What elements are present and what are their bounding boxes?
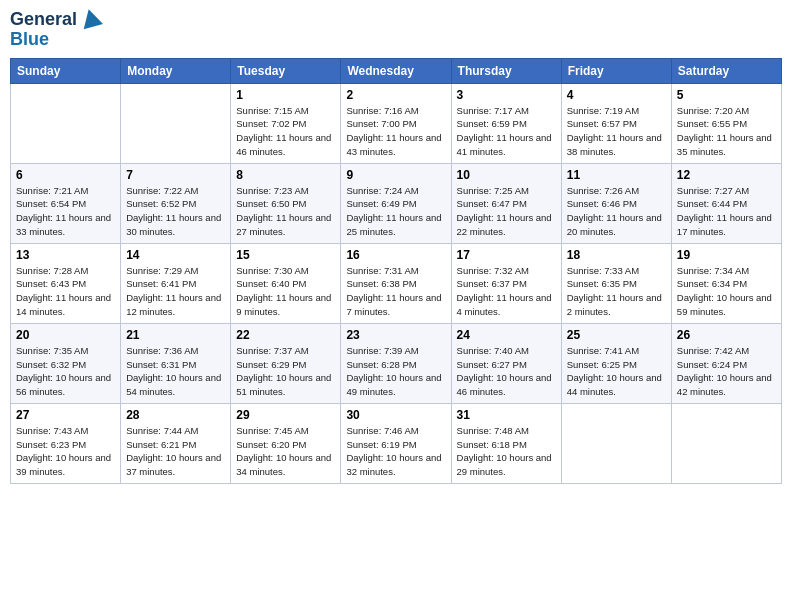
calendar-cell bbox=[671, 403, 781, 483]
calendar-cell: 31Sunrise: 7:48 AM Sunset: 6:18 PM Dayli… bbox=[451, 403, 561, 483]
logo: General Blue bbox=[10, 10, 101, 50]
day-info: Sunrise: 7:31 AM Sunset: 6:38 PM Dayligh… bbox=[346, 264, 445, 319]
day-info: Sunrise: 7:26 AM Sunset: 6:46 PM Dayligh… bbox=[567, 184, 666, 239]
day-number: 31 bbox=[457, 408, 556, 422]
calendar-cell: 30Sunrise: 7:46 AM Sunset: 6:19 PM Dayli… bbox=[341, 403, 451, 483]
day-number: 21 bbox=[126, 328, 225, 342]
day-info: Sunrise: 7:17 AM Sunset: 6:59 PM Dayligh… bbox=[457, 104, 556, 159]
day-number: 26 bbox=[677, 328, 776, 342]
calendar-cell bbox=[561, 403, 671, 483]
weekday-header-cell: Sunday bbox=[11, 58, 121, 83]
calendar-cell: 28Sunrise: 7:44 AM Sunset: 6:21 PM Dayli… bbox=[121, 403, 231, 483]
day-info: Sunrise: 7:45 AM Sunset: 6:20 PM Dayligh… bbox=[236, 424, 335, 479]
calendar-cell: 22Sunrise: 7:37 AM Sunset: 6:29 PM Dayli… bbox=[231, 323, 341, 403]
weekday-header-row: SundayMondayTuesdayWednesdayThursdayFrid… bbox=[11, 58, 782, 83]
day-info: Sunrise: 7:35 AM Sunset: 6:32 PM Dayligh… bbox=[16, 344, 115, 399]
calendar-cell: 25Sunrise: 7:41 AM Sunset: 6:25 PM Dayli… bbox=[561, 323, 671, 403]
weekday-header-cell: Friday bbox=[561, 58, 671, 83]
day-number: 4 bbox=[567, 88, 666, 102]
calendar-week-row: 6Sunrise: 7:21 AM Sunset: 6:54 PM Daylig… bbox=[11, 163, 782, 243]
calendar-week-row: 1Sunrise: 7:15 AM Sunset: 7:02 PM Daylig… bbox=[11, 83, 782, 163]
day-number: 2 bbox=[346, 88, 445, 102]
calendar-cell: 14Sunrise: 7:29 AM Sunset: 6:41 PM Dayli… bbox=[121, 243, 231, 323]
calendar-cell: 3Sunrise: 7:17 AM Sunset: 6:59 PM Daylig… bbox=[451, 83, 561, 163]
day-number: 16 bbox=[346, 248, 445, 262]
day-number: 5 bbox=[677, 88, 776, 102]
calendar-table: SundayMondayTuesdayWednesdayThursdayFrid… bbox=[10, 58, 782, 484]
weekday-header-cell: Saturday bbox=[671, 58, 781, 83]
day-number: 30 bbox=[346, 408, 445, 422]
day-number: 27 bbox=[16, 408, 115, 422]
page-header: General Blue bbox=[10, 10, 782, 50]
day-number: 12 bbox=[677, 168, 776, 182]
day-info: Sunrise: 7:21 AM Sunset: 6:54 PM Dayligh… bbox=[16, 184, 115, 239]
day-info: Sunrise: 7:32 AM Sunset: 6:37 PM Dayligh… bbox=[457, 264, 556, 319]
calendar-cell: 21Sunrise: 7:36 AM Sunset: 6:31 PM Dayli… bbox=[121, 323, 231, 403]
calendar-cell bbox=[121, 83, 231, 163]
day-number: 3 bbox=[457, 88, 556, 102]
day-number: 29 bbox=[236, 408, 335, 422]
calendar-cell: 10Sunrise: 7:25 AM Sunset: 6:47 PM Dayli… bbox=[451, 163, 561, 243]
day-number: 6 bbox=[16, 168, 115, 182]
day-number: 23 bbox=[346, 328, 445, 342]
day-info: Sunrise: 7:42 AM Sunset: 6:24 PM Dayligh… bbox=[677, 344, 776, 399]
calendar-week-row: 13Sunrise: 7:28 AM Sunset: 6:43 PM Dayli… bbox=[11, 243, 782, 323]
day-info: Sunrise: 7:19 AM Sunset: 6:57 PM Dayligh… bbox=[567, 104, 666, 159]
calendar-cell: 6Sunrise: 7:21 AM Sunset: 6:54 PM Daylig… bbox=[11, 163, 121, 243]
day-number: 7 bbox=[126, 168, 225, 182]
day-number: 25 bbox=[567, 328, 666, 342]
day-number: 8 bbox=[236, 168, 335, 182]
calendar-cell: 27Sunrise: 7:43 AM Sunset: 6:23 PM Dayli… bbox=[11, 403, 121, 483]
calendar-cell: 12Sunrise: 7:27 AM Sunset: 6:44 PM Dayli… bbox=[671, 163, 781, 243]
day-info: Sunrise: 7:30 AM Sunset: 6:40 PM Dayligh… bbox=[236, 264, 335, 319]
calendar-cell: 26Sunrise: 7:42 AM Sunset: 6:24 PM Dayli… bbox=[671, 323, 781, 403]
day-number: 1 bbox=[236, 88, 335, 102]
logo-general: General bbox=[10, 10, 77, 30]
calendar-cell bbox=[11, 83, 121, 163]
calendar-cell: 4Sunrise: 7:19 AM Sunset: 6:57 PM Daylig… bbox=[561, 83, 671, 163]
day-number: 22 bbox=[236, 328, 335, 342]
day-number: 24 bbox=[457, 328, 556, 342]
calendar-cell: 11Sunrise: 7:26 AM Sunset: 6:46 PM Dayli… bbox=[561, 163, 671, 243]
calendar-cell: 19Sunrise: 7:34 AM Sunset: 6:34 PM Dayli… bbox=[671, 243, 781, 323]
calendar-cell: 29Sunrise: 7:45 AM Sunset: 6:20 PM Dayli… bbox=[231, 403, 341, 483]
day-info: Sunrise: 7:46 AM Sunset: 6:19 PM Dayligh… bbox=[346, 424, 445, 479]
calendar-cell: 24Sunrise: 7:40 AM Sunset: 6:27 PM Dayli… bbox=[451, 323, 561, 403]
day-info: Sunrise: 7:29 AM Sunset: 6:41 PM Dayligh… bbox=[126, 264, 225, 319]
day-info: Sunrise: 7:27 AM Sunset: 6:44 PM Dayligh… bbox=[677, 184, 776, 239]
day-info: Sunrise: 7:25 AM Sunset: 6:47 PM Dayligh… bbox=[457, 184, 556, 239]
weekday-header-cell: Tuesday bbox=[231, 58, 341, 83]
day-number: 18 bbox=[567, 248, 666, 262]
day-number: 28 bbox=[126, 408, 225, 422]
calendar-cell: 2Sunrise: 7:16 AM Sunset: 7:00 PM Daylig… bbox=[341, 83, 451, 163]
calendar-cell: 9Sunrise: 7:24 AM Sunset: 6:49 PM Daylig… bbox=[341, 163, 451, 243]
calendar-cell: 23Sunrise: 7:39 AM Sunset: 6:28 PM Dayli… bbox=[341, 323, 451, 403]
calendar-cell: 5Sunrise: 7:20 AM Sunset: 6:55 PM Daylig… bbox=[671, 83, 781, 163]
calendar-week-row: 27Sunrise: 7:43 AM Sunset: 6:23 PM Dayli… bbox=[11, 403, 782, 483]
day-number: 19 bbox=[677, 248, 776, 262]
weekday-header-cell: Wednesday bbox=[341, 58, 451, 83]
day-number: 20 bbox=[16, 328, 115, 342]
weekday-header-cell: Thursday bbox=[451, 58, 561, 83]
day-info: Sunrise: 7:22 AM Sunset: 6:52 PM Dayligh… bbox=[126, 184, 225, 239]
day-info: Sunrise: 7:15 AM Sunset: 7:02 PM Dayligh… bbox=[236, 104, 335, 159]
day-info: Sunrise: 7:44 AM Sunset: 6:21 PM Dayligh… bbox=[126, 424, 225, 479]
day-info: Sunrise: 7:16 AM Sunset: 7:00 PM Dayligh… bbox=[346, 104, 445, 159]
day-number: 13 bbox=[16, 248, 115, 262]
day-info: Sunrise: 7:48 AM Sunset: 6:18 PM Dayligh… bbox=[457, 424, 556, 479]
calendar-cell: 18Sunrise: 7:33 AM Sunset: 6:35 PM Dayli… bbox=[561, 243, 671, 323]
calendar-week-row: 20Sunrise: 7:35 AM Sunset: 6:32 PM Dayli… bbox=[11, 323, 782, 403]
calendar-cell: 16Sunrise: 7:31 AM Sunset: 6:38 PM Dayli… bbox=[341, 243, 451, 323]
day-number: 10 bbox=[457, 168, 556, 182]
calendar-body: 1Sunrise: 7:15 AM Sunset: 7:02 PM Daylig… bbox=[11, 83, 782, 483]
day-info: Sunrise: 7:24 AM Sunset: 6:49 PM Dayligh… bbox=[346, 184, 445, 239]
day-info: Sunrise: 7:37 AM Sunset: 6:29 PM Dayligh… bbox=[236, 344, 335, 399]
day-number: 15 bbox=[236, 248, 335, 262]
day-info: Sunrise: 7:39 AM Sunset: 6:28 PM Dayligh… bbox=[346, 344, 445, 399]
calendar-cell: 7Sunrise: 7:22 AM Sunset: 6:52 PM Daylig… bbox=[121, 163, 231, 243]
weekday-header-cell: Monday bbox=[121, 58, 231, 83]
day-info: Sunrise: 7:40 AM Sunset: 6:27 PM Dayligh… bbox=[457, 344, 556, 399]
day-info: Sunrise: 7:36 AM Sunset: 6:31 PM Dayligh… bbox=[126, 344, 225, 399]
logo-blue: Blue bbox=[10, 29, 49, 49]
day-info: Sunrise: 7:20 AM Sunset: 6:55 PM Dayligh… bbox=[677, 104, 776, 159]
